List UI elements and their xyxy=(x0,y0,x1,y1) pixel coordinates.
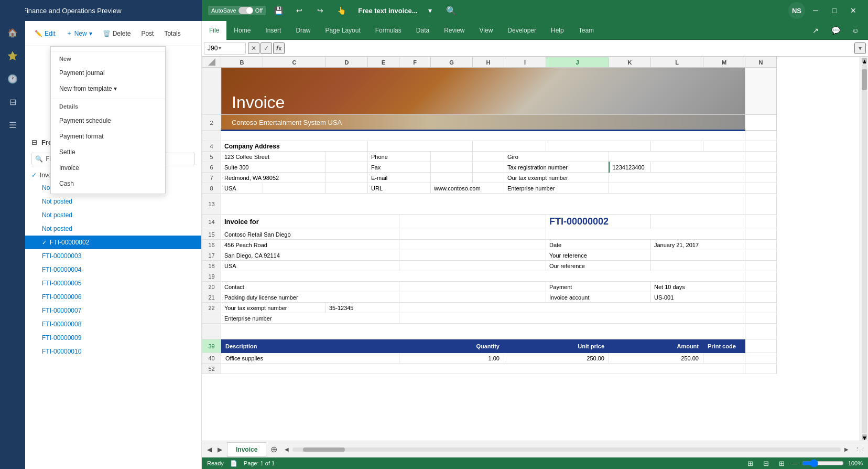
h-scroll-thumb[interactable] xyxy=(303,447,345,452)
add-sheet-button[interactable]: ⊕ xyxy=(268,444,279,455)
prev-sheet-button[interactable]: ◀ xyxy=(204,444,214,455)
invoice-sheet-tab[interactable]: Invoice xyxy=(227,442,266,457)
scroll-thumb[interactable] xyxy=(862,69,867,90)
excel-tab-review[interactable]: Review xyxy=(437,21,472,40)
col-J[interactable]: J xyxy=(546,57,609,68)
excel-tab-formulas[interactable]: Formulas xyxy=(368,21,409,40)
delete-button[interactable]: 🗑️ Delete xyxy=(99,28,135,39)
sidebar-icon-star[interactable]: ⭐ xyxy=(2,45,23,66)
zoom-slider[interactable] xyxy=(802,459,844,467)
cash-item[interactable]: Cash xyxy=(51,176,165,191)
sidebar-icon-home[interactable]: 🏠 xyxy=(2,22,23,43)
col-E[interactable]: E xyxy=(368,57,399,68)
scroll-down-arrow[interactable]: ▼ xyxy=(862,434,867,440)
table-cell xyxy=(651,261,745,271)
list-item-fti-5[interactable]: FTI-00000005 xyxy=(25,276,201,290)
h-scroll-track[interactable] xyxy=(292,447,841,452)
new-from-template-item[interactable]: New from template ▾ xyxy=(51,81,165,97)
save-button[interactable]: 💾 xyxy=(270,2,287,19)
col-L[interactable]: L xyxy=(651,57,703,68)
excel-tab-data[interactable]: Data xyxy=(409,21,437,40)
payment-schedule-item[interactable]: Payment schedule xyxy=(51,113,165,129)
scroll-up-arrow[interactable]: ▲ xyxy=(862,58,867,63)
list-item-not-posted-2[interactable]: Not posted xyxy=(25,195,201,208)
col-G[interactable]: G xyxy=(431,57,473,68)
h-scroll-left-button[interactable]: ◀ xyxy=(283,446,290,453)
excel-tab-team[interactable]: Team xyxy=(571,21,601,40)
dots-icon[interactable]: ⋮⋮ xyxy=(854,446,866,453)
list-item-fti-10[interactable]: FTI-00000010 xyxy=(25,345,201,358)
filter-icon[interactable]: ⊟ xyxy=(31,138,37,146)
confirm-formula-icon[interactable]: ✓ xyxy=(261,42,272,54)
excel-tab-home[interactable]: Home xyxy=(226,21,258,40)
col-D[interactable]: D xyxy=(326,57,368,68)
user-avatar[interactable]: NS xyxy=(788,2,805,19)
excel-tab-developer[interactable]: Developer xyxy=(500,21,544,40)
minimize-button[interactable]: ─ xyxy=(807,2,824,19)
excel-tab-pagelayout[interactable]: Page Layout xyxy=(318,21,367,40)
formula-input[interactable] xyxy=(287,42,852,55)
page-break-view-button[interactable]: ⊟ xyxy=(761,457,772,469)
title-dropdown-button[interactable]: ▾ xyxy=(422,2,439,19)
touch-button[interactable]: 👆 xyxy=(333,2,350,19)
autosave-toggle[interactable]: AutoSave Off xyxy=(208,6,266,15)
excel-sheet-content[interactable]: B C D E F G H I J K L M N xyxy=(202,57,860,441)
col-K[interactable]: K xyxy=(609,57,651,68)
cell-ref-box[interactable]: J90 ▾ xyxy=(204,42,246,55)
normal-view-button[interactable]: ⊞ xyxy=(745,457,756,469)
excel-tab-view[interactable]: View xyxy=(472,21,501,40)
list-item-fti-2[interactable]: ✓FTI-00000002 xyxy=(25,236,201,249)
totals-button[interactable]: Totals xyxy=(160,28,185,39)
payment-format-item[interactable]: Payment format xyxy=(51,129,165,144)
close-button[interactable]: ✕ xyxy=(845,2,862,19)
restore-button[interactable]: □ xyxy=(826,2,843,19)
table-cell xyxy=(609,152,745,162)
list-item-fti-8[interactable]: FTI-00000008 xyxy=(25,317,201,331)
list-item-fti-9[interactable]: FTI-00000009 xyxy=(25,331,201,345)
vertical-scrollbar[interactable]: ▲ ▼ xyxy=(860,57,868,441)
col-M[interactable]: M xyxy=(703,57,745,68)
col-F[interactable]: F xyxy=(399,57,431,68)
invoice-item[interactable]: Invoice xyxy=(51,160,165,176)
list-item-not-posted-4[interactable]: Not posted xyxy=(25,222,201,236)
list-item-fti-4[interactable]: FTI-00000004 xyxy=(25,263,201,276)
scroll-track[interactable] xyxy=(862,64,867,433)
sidebar-icon-list[interactable]: ☰ xyxy=(2,114,23,135)
excel-tab-draw[interactable]: Draw xyxy=(288,21,318,40)
excel-tab-file[interactable]: File xyxy=(202,21,226,40)
sidebar-icon-clock[interactable]: 🕐 xyxy=(2,68,23,89)
list-item-not-posted-3[interactable]: Not posted xyxy=(25,208,201,222)
sidebar-icon-filter[interactable]: ⊟ xyxy=(2,91,23,112)
invoice-for-label: Invoice for xyxy=(221,215,399,229)
comment-icon[interactable]: 💬 xyxy=(827,22,844,39)
excel-tab-help[interactable]: Help xyxy=(544,21,571,40)
formula-expand-icon[interactable]: ▾ xyxy=(854,42,866,54)
search-excel-button[interactable]: 🔍 xyxy=(443,2,460,19)
list-item-fti-6[interactable]: FTI-00000006 xyxy=(25,290,201,304)
col-H[interactable]: H xyxy=(473,57,504,68)
cell-ref-dropdown[interactable]: ▾ xyxy=(219,45,221,51)
h-scroll-right-button[interactable]: ▶ xyxy=(843,446,850,453)
col-I[interactable]: I xyxy=(504,57,546,68)
next-sheet-button[interactable]: ▶ xyxy=(214,444,225,455)
col-C[interactable]: C xyxy=(263,57,326,68)
redo-button[interactable]: ↪ xyxy=(312,2,329,19)
post-button[interactable]: Post xyxy=(137,28,158,39)
col-B[interactable]: B xyxy=(221,57,263,68)
page-layout-view-button[interactable]: ⊞ xyxy=(776,457,788,469)
payment-journal-item[interactable]: Payment journal xyxy=(51,65,165,81)
autosave-switch[interactable] xyxy=(238,7,253,14)
excel-tab-insert[interactable]: Insert xyxy=(258,21,288,40)
list-item-fti-3[interactable]: FTI-00000003 xyxy=(25,249,201,263)
table-cell xyxy=(399,292,546,303)
emoji-icon[interactable]: ☺ xyxy=(847,22,864,39)
new-button[interactable]: ＋ New ▾ xyxy=(62,27,96,40)
undo-button[interactable]: ↩ xyxy=(291,2,308,19)
settle-item[interactable]: Settle xyxy=(51,144,165,160)
share-icon[interactable]: ↗ xyxy=(807,22,824,39)
edit-button[interactable]: ✏️ Edit xyxy=(30,28,60,39)
col-N[interactable]: N xyxy=(745,57,777,68)
cancel-formula-icon[interactable]: ✕ xyxy=(248,42,259,54)
insert-function-icon[interactable]: fx xyxy=(273,42,285,54)
list-item-fti-7[interactable]: FTI-00000007 xyxy=(25,304,201,317)
